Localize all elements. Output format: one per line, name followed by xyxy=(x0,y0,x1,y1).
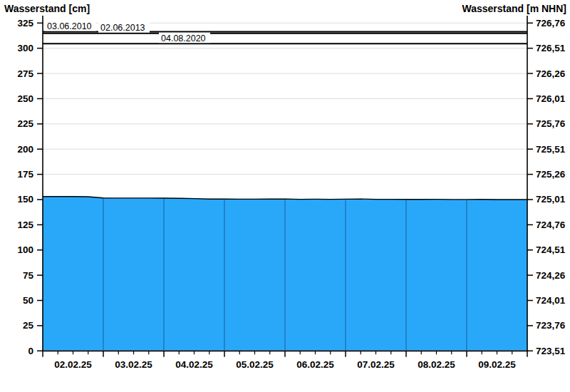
right-axis-label: 723,76 xyxy=(536,320,566,331)
x-axis-label: 05.02.25 xyxy=(236,359,274,370)
left-axis-label: 300 xyxy=(17,43,33,53)
right-axis-label: 724,51 xyxy=(536,244,566,255)
chart-canvas: 03.06.201002.06.201304.08.20200723,51257… xyxy=(0,0,570,392)
left-axis-label: 275 xyxy=(17,68,33,79)
right-axis-label: 724,76 xyxy=(536,220,566,230)
left-axis-label: 200 xyxy=(17,144,33,155)
right-axis-label: 726,76 xyxy=(536,18,566,29)
right-axis-label: 725,76 xyxy=(536,118,566,129)
reference-line-label: 04.08.2020 xyxy=(161,33,206,43)
left-axis-label: 250 xyxy=(17,93,33,104)
left-axis-label: 75 xyxy=(23,270,34,281)
x-axis-label: 04.02.25 xyxy=(175,359,213,370)
reference-line-label: 02.06.2013 xyxy=(100,23,145,33)
left-axis-label: 50 xyxy=(23,295,33,306)
left-axis-label: 100 xyxy=(17,244,33,255)
left-axis-label: 175 xyxy=(17,169,33,180)
right-axis-label: 726,51 xyxy=(536,43,566,53)
reference-line-label: 03.06.2010 xyxy=(47,21,92,31)
x-axis-label: 07.02.25 xyxy=(357,359,395,370)
right-axis-label: 726,26 xyxy=(536,68,566,79)
x-axis-label: 06.02.25 xyxy=(296,359,334,370)
x-axis-label: 08.02.25 xyxy=(418,359,455,370)
right-axis-label: 724,26 xyxy=(536,270,566,281)
right-axis-label: 725,01 xyxy=(536,194,566,205)
x-axis-label: 02.02.25 xyxy=(54,359,92,370)
x-axis-label: 09.02.25 xyxy=(478,359,516,370)
right-axis-label: 725,26 xyxy=(536,169,566,180)
right-axis-label: 724,01 xyxy=(536,295,566,306)
left-axis-label: 225 xyxy=(17,118,33,129)
right-axis-label: 726,01 xyxy=(536,93,566,104)
left-axis-label: 25 xyxy=(23,320,34,331)
left-axis-label: 0 xyxy=(28,346,33,356)
left-axis-label: 325 xyxy=(17,18,33,29)
right-axis-label: 723,51 xyxy=(536,346,566,356)
left-axis-label: 150 xyxy=(17,194,33,205)
water-level-chart: Wasserstand [cm] Wasserstand [m NHN] 03.… xyxy=(0,0,570,392)
right-axis-label: 725,51 xyxy=(536,144,566,155)
x-axis-label: 03.02.25 xyxy=(115,359,152,370)
left-axis-label: 125 xyxy=(17,220,33,230)
